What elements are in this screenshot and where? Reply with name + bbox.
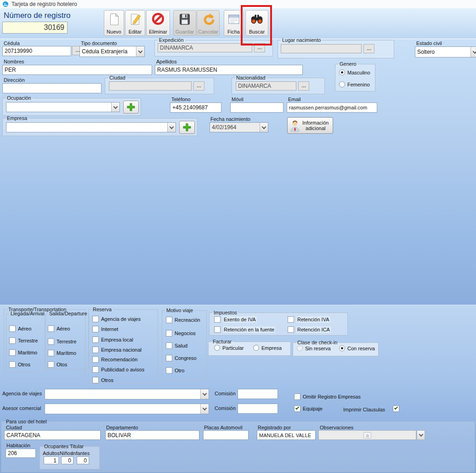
- lugar-nacimiento-input[interactable]: [281, 44, 362, 53]
- checkbox-salida-terrestre[interactable]: Terrestre: [48, 338, 76, 345]
- form-card-icon: [227, 12, 241, 27]
- radio-facturar-particular[interactable]: Particular: [214, 345, 244, 351]
- comision-asesor-input[interactable]: [238, 404, 278, 414]
- checkbox-retencion-iva[interactable]: Retención IVA: [288, 316, 330, 323]
- checkbox-motivo-negocios[interactable]: Negocios: [166, 330, 196, 336]
- ciudad-lookup-button[interactable]: ...: [193, 81, 204, 91]
- checkbox-motivo-recreacion[interactable]: Recreación: [166, 317, 200, 323]
- checkbox-reserva-publicidad[interactable]: Publicidad o avisos: [92, 366, 144, 373]
- checkbox-reserva-agencia[interactable]: Agencia de viajes: [92, 316, 141, 322]
- expedicion-lookup-button[interactable]: ...: [254, 43, 265, 52]
- checkbox-llegada-otros[interactable]: Otros: [9, 361, 30, 368]
- checkbox-exento-iva[interactable]: Exento de IVA: [214, 316, 257, 323]
- hotel-ciudad-input[interactable]: [4, 430, 101, 440]
- radio-femenino[interactable]: Femenino: [339, 81, 370, 87]
- checkbox-motivo-otro[interactable]: Otro: [166, 367, 184, 374]
- impuestos-label: Impuestos: [212, 310, 238, 315]
- radio-facturar-empresa[interactable]: Empresa: [253, 345, 282, 351]
- checkbox-salida-otos[interactable]: Otos: [48, 361, 67, 368]
- checkbox-omitir-registro-empresas[interactable]: Omitir Registro Empresas: [294, 393, 361, 400]
- tipo-documento-combo[interactable]: Cédula Extranjería: [79, 46, 145, 57]
- add-empresa-button[interactable]: [179, 121, 195, 134]
- guardar-button[interactable]: Guardar: [173, 10, 196, 36]
- checkbox-reserva-otros[interactable]: Otros: [92, 377, 113, 383]
- nombres-input[interactable]: [2, 65, 152, 75]
- ninos-input[interactable]: [61, 456, 74, 464]
- nuevo-button[interactable]: Nuevo: [104, 10, 124, 36]
- chevron-down-icon[interactable]: [200, 404, 209, 414]
- hotel-ciudad-label: Ciudad: [6, 425, 22, 430]
- telefono-input[interactable]: [170, 103, 221, 113]
- radio-sin-reserva[interactable]: Sin reserva: [297, 345, 331, 351]
- checkbox-reserva-empresa-nacional[interactable]: Empresa nacional: [92, 347, 142, 353]
- checkbox-icon: [166, 317, 172, 323]
- checkbox-retencion-fuente[interactable]: Retención en la fuente: [214, 326, 275, 333]
- comision-agencia-input[interactable]: [238, 389, 278, 399]
- editar-button[interactable]: Editar: [125, 10, 145, 36]
- add-ocupacion-button[interactable]: [123, 101, 139, 114]
- chevron-down-icon[interactable]: [470, 47, 476, 57]
- ciudad-input[interactable]: [109, 81, 192, 91]
- buscar-button[interactable]: Buscar: [245, 10, 268, 36]
- nacionalidad-lookup-button[interactable]: ...: [298, 81, 309, 91]
- movil-input[interactable]: [230, 103, 283, 113]
- guardar-label: Guardar: [176, 29, 194, 34]
- lugar-nacimiento-lookup-button[interactable]: ...: [363, 44, 374, 53]
- departamento-input[interactable]: [105, 430, 199, 440]
- para-uso-hotel-group: Para uso del hotel Ciudad Departamento P…: [1, 419, 475, 472]
- adultos-input[interactable]: [44, 456, 59, 464]
- direccion-input[interactable]: [2, 83, 102, 93]
- asesor-comercial-combo[interactable]: [45, 404, 209, 414]
- apellidos-input[interactable]: [155, 65, 303, 75]
- ocupacion-combo[interactable]: [6, 102, 120, 112]
- cancelar-button[interactable]: Cancelar: [197, 10, 220, 36]
- checkbox-llegada-terrestre[interactable]: Terrestre: [9, 337, 38, 344]
- checkbox-equipaje[interactable]: Equipaje: [294, 405, 323, 412]
- informacion-adicional-button[interactable]: Informaciónadicional: [287, 117, 333, 134]
- infantes-input[interactable]: [77, 456, 89, 464]
- nuevo-label: Nuevo: [107, 29, 121, 34]
- ocupacion-label: Ocupación: [6, 95, 33, 101]
- empresa-combo[interactable]: [6, 122, 176, 132]
- checkbox-reserva-internet[interactable]: Internet: [92, 326, 118, 332]
- lugar-nacimiento-label: Lugar nacimiento: [281, 37, 322, 43]
- chevron-down-icon[interactable]: [167, 123, 176, 132]
- checkbox-reserva-empresa-local[interactable]: Empresa local: [92, 336, 133, 343]
- checkbox-icon: [48, 361, 54, 368]
- registrado-por-input[interactable]: [257, 430, 316, 440]
- placas-automovil-input[interactable]: [203, 430, 249, 440]
- observaciones-combo[interactable]: a: [318, 430, 416, 440]
- expedicion-input[interactable]: [158, 43, 252, 52]
- chevron-down-icon[interactable]: [111, 103, 119, 112]
- observaciones-dropdown-button[interactable]: [417, 430, 425, 440]
- checkbox-salida-aereo[interactable]: Aéreo: [48, 325, 70, 332]
- adultos-label: Adultos: [43, 450, 60, 456]
- chevron-down-icon: [419, 432, 423, 437]
- femenino-label: Femenino: [347, 82, 370, 87]
- checkbox-salida-maritimo[interactable]: Marítimo: [48, 350, 76, 356]
- radio-con-reserva[interactable]: Con reserva: [339, 345, 375, 351]
- checkbox-imprimir-clausulas[interactable]: [393, 405, 399, 412]
- chevron-down-icon[interactable]: [200, 389, 209, 399]
- checkbox-retencion-ica[interactable]: Retención ICA: [288, 326, 331, 333]
- hotel-registration-window: Tarjeta de registro hotelero Número de r…: [0, 0, 476, 473]
- checkbox-llegada-aereo[interactable]: Aéreo: [9, 325, 31, 332]
- chevron-down-icon[interactable]: [136, 46, 144, 57]
- email-input[interactable]: [287, 103, 377, 113]
- checkbox-reserva-recomendacion[interactable]: Recomendación: [92, 356, 138, 363]
- chevron-down-icon[interactable]: [260, 123, 268, 132]
- fecha-nacimiento-combo[interactable]: 4/02/1964: [210, 122, 268, 132]
- agencia-viajes-combo[interactable]: [45, 389, 209, 399]
- stay-details-panel: Transporte/Transportation Llegada/Arriva…: [0, 305, 476, 473]
- ficha-button[interactable]: Ficha: [224, 10, 244, 36]
- nacionalidad-input[interactable]: [236, 81, 296, 91]
- habitacion-input[interactable]: [6, 449, 36, 458]
- eliminar-button[interactable]: Eliminar: [146, 10, 170, 36]
- checkbox-llegada-maritimo[interactable]: Maritimo: [9, 349, 37, 356]
- registry-number-field[interactable]: [2, 22, 68, 34]
- checkbox-motivo-congreso[interactable]: Congreso: [166, 355, 197, 361]
- radio-masculino[interactable]: Masculino: [339, 69, 370, 75]
- checkbox-motivo-salud[interactable]: Salud: [166, 342, 187, 349]
- estado-civil-combo[interactable]: Soltero: [415, 46, 476, 57]
- cedula-input[interactable]: [2, 46, 71, 56]
